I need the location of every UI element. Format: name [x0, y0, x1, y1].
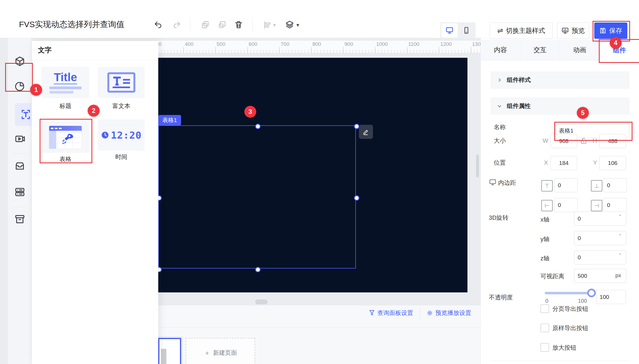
- y-axis-input[interactable]: [574, 231, 626, 245]
- selection-outline[interactable]: [158, 125, 356, 269]
- name-label: 名称: [494, 123, 506, 131]
- tab-animation[interactable]: 动画: [560, 40, 600, 60]
- switch-theme-button[interactable]: ⇌ 切换主题样式: [490, 23, 553, 39]
- table-preview-dot: [59, 128, 62, 129]
- data-server-icon[interactable]: [14, 187, 25, 197]
- width-input[interactable]: [551, 134, 577, 148]
- preview-play-settings-link[interactable]: 预览播放设置: [427, 307, 471, 319]
- ruler-label: 1300: [472, 41, 480, 47]
- opacity-slider-knob[interactable]: [587, 289, 596, 297]
- rotation-label: 3D旋转: [489, 214, 508, 222]
- ruler-label: 600: [249, 41, 257, 47]
- vertical-scrollbar[interactable]: [476, 155, 479, 177]
- page-title: FVS实现动态选择列并查询值: [19, 19, 124, 30]
- position-label: 位置: [494, 159, 506, 167]
- top-bar: FVS实现动态选择列并查询值 ▾ ▾ ⇌ 切换主题样式 预览 保存: [0, 0, 639, 38]
- original-export-checkbox[interactable]: [540, 324, 549, 332]
- resize-handle-top-right[interactable]: [354, 124, 359, 129]
- edit-component-button[interactable]: [359, 125, 373, 139]
- tab-content[interactable]: 内容: [481, 40, 520, 60]
- query-panel-settings-link[interactable]: 查询面板设置: [369, 307, 413, 319]
- y-input[interactable]: [599, 156, 626, 170]
- filter-icon: [369, 310, 375, 316]
- resize-handle-right[interactable]: [354, 195, 359, 201]
- zoom-button-checkbox[interactable]: [540, 343, 549, 352]
- redo-icon[interactable]: [172, 20, 181, 29]
- table-preview-dot: [55, 128, 58, 129]
- toolbar-divider: [190, 18, 190, 31]
- opacity-slider-track[interactable]: [545, 292, 591, 294]
- preview-icon: [561, 27, 569, 34]
- tab-animation-label: 动画: [573, 46, 586, 54]
- x-input[interactable]: [551, 156, 577, 170]
- preview-label: 预览: [572, 26, 585, 35]
- step-badge-2: 2: [88, 105, 100, 117]
- preview-play-settings-label: 预览播放设置: [435, 309, 471, 317]
- media-video-icon[interactable]: [14, 133, 26, 144]
- resize-handle-top[interactable]: [255, 124, 261, 129]
- ruler-label: 400: [185, 41, 194, 47]
- component-card-label: 富文本: [98, 102, 145, 110]
- padding-right-input[interactable]: [603, 198, 627, 212]
- gear-icon: [427, 310, 433, 316]
- title-preview-bar: [49, 87, 81, 89]
- x-axis-input[interactable]: [574, 212, 626, 226]
- delete-icon[interactable]: [234, 20, 243, 29]
- layer-order-icon[interactable]: [285, 20, 294, 29]
- section-component-style[interactable]: 组件样式: [491, 71, 629, 89]
- align-caret-icon[interactable]: ▾: [273, 22, 276, 28]
- page-strip: 查询面板设置 预览播放设置 ＋ 新建页面: [158, 305, 480, 364]
- assets-tray-icon[interactable]: [14, 161, 25, 171]
- component-card-title[interactable]: Title: [42, 67, 89, 98]
- chevron-down-icon: [497, 104, 502, 108]
- desktop-icon: [445, 26, 454, 34]
- z-axis-input[interactable]: [574, 250, 626, 264]
- undo-icon[interactable]: [154, 20, 163, 29]
- ruler-label: 1200: [440, 41, 452, 47]
- lock-ratio-icon[interactable]: [580, 137, 587, 145]
- padding-left-input[interactable]: [554, 198, 578, 212]
- opacity-input[interactable]: [596, 290, 626, 304]
- page-thumbnail-content: [161, 349, 166, 364]
- duplicate-icon[interactable]: [201, 20, 210, 29]
- shape-3d-icon[interactable]: [14, 56, 25, 67]
- horizontal-scrollbar[interactable]: [255, 299, 268, 304]
- padding-bottom-input[interactable]: [603, 178, 627, 192]
- step-badge-3: 3: [244, 106, 256, 118]
- component-card-richtext[interactable]: [98, 67, 145, 98]
- footer-links-divider: [420, 307, 420, 319]
- archive-box-icon[interactable]: [14, 214, 25, 225]
- padding-bottom-icon: ⊥: [591, 180, 602, 191]
- title-preview-bar: [49, 91, 73, 94]
- save-button[interactable]: 保存: [594, 23, 627, 39]
- height-input[interactable]: [599, 134, 626, 148]
- inspector-panel: 内容 交互 动画 组件 组件样式 组件属性 名称 大小 W H 位置 X Y 内…: [480, 38, 639, 364]
- chevron-right-icon: [497, 78, 502, 82]
- padding-top-input[interactable]: [554, 178, 578, 192]
- align-icon[interactable]: [263, 21, 271, 29]
- paged-export-checkbox[interactable]: [540, 304, 549, 313]
- mobile-toggle-button[interactable]: [458, 23, 474, 37]
- preview-button[interactable]: 预览: [557, 23, 589, 39]
- size-label: 大小: [494, 137, 506, 145]
- component-card-table[interactable]: [42, 122, 89, 153]
- degree-unit: °: [619, 214, 636, 219]
- layer-caret-icon[interactable]: ▾: [296, 22, 299, 28]
- section-component-props[interactable]: 组件属性: [491, 97, 629, 115]
- tab-content-label: 内容: [494, 46, 507, 54]
- rocket-icon: [61, 132, 75, 146]
- panel-divider: [32, 60, 158, 60]
- original-export-label: 原样导出按钮: [552, 324, 588, 332]
- view-distance-label: 可视距离: [540, 272, 564, 280]
- inspector-bottom-divider: [491, 361, 629, 361]
- component-card-label: 表格: [42, 155, 89, 163]
- new-page-button[interactable]: ＋ 新建页面: [186, 338, 255, 364]
- tab-interaction[interactable]: 交互: [520, 40, 560, 60]
- paste-style-icon[interactable]: [218, 20, 227, 29]
- page-thumbnail-selected[interactable]: [158, 338, 181, 364]
- resize-handle-bottom[interactable]: [255, 267, 261, 272]
- height-label: H: [593, 137, 597, 144]
- component-card-time[interactable]: 12:20: [98, 119, 145, 151]
- chart-pie-icon[interactable]: [14, 81, 25, 92]
- desktop-toggle-button[interactable]: [441, 23, 458, 37]
